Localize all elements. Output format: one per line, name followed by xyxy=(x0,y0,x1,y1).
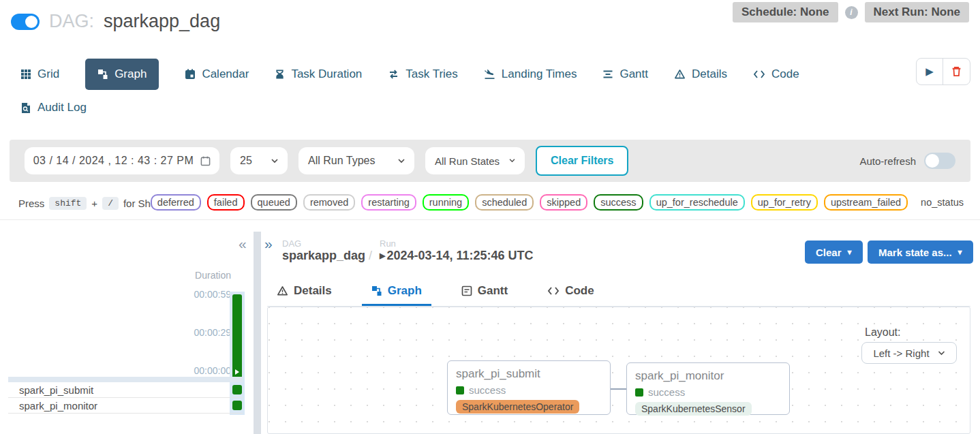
layout-value: Left -> Right xyxy=(873,347,929,359)
delete-dag-button[interactable] xyxy=(943,59,970,84)
tab-landing-times[interactable]: Landing Times xyxy=(484,67,577,81)
collapse-panel-icon[interactable]: « xyxy=(239,236,247,252)
code-icon xyxy=(753,69,765,80)
node-title: spark_pi_monitor xyxy=(635,369,781,383)
run-states-select[interactable]: All Run States xyxy=(425,147,525,174)
task-instance-square[interactable] xyxy=(232,385,242,394)
tab-graph[interactable]: Graph xyxy=(85,59,159,90)
status-badge[interactable]: up_for_retry xyxy=(751,194,818,211)
tab-task-duration[interactable]: Task Duration xyxy=(275,67,362,81)
status-badge[interactable]: failed xyxy=(207,194,245,211)
mark-state-button[interactable]: Mark state as... ▾ xyxy=(868,241,973,264)
status-badge[interactable]: removed xyxy=(303,194,355,211)
run-types-select[interactable]: All Run Types xyxy=(298,147,414,174)
filter-bar: 03 / 14 / 2024 , 12 : 43 : 27 PM 25 All … xyxy=(10,140,970,182)
status-badge[interactable]: upstream_failed xyxy=(824,194,908,211)
tab-audit-log[interactable]: Audit Log xyxy=(20,101,87,114)
status-badge[interactable]: skipped xyxy=(540,194,587,211)
trash-icon xyxy=(951,65,962,78)
dag-enabled-toggle[interactable] xyxy=(11,14,40,30)
chevron-down-icon xyxy=(509,159,515,163)
breadcrumb-separator: / xyxy=(369,249,372,263)
node-status: success xyxy=(456,384,602,396)
shift-key: shift xyxy=(49,197,87,210)
status-badge[interactable]: up_for_reschedule xyxy=(649,194,745,211)
caret-down-icon: ▾ xyxy=(848,247,852,257)
subtab-graph[interactable]: Graph xyxy=(362,278,431,306)
subtab-details[interactable]: Details xyxy=(267,278,341,306)
task-row-spark-pi-submit[interactable]: spark_pi_submit xyxy=(8,382,243,398)
graph-canvas: Layout: Left -> Right spark_pi_submit su… xyxy=(267,307,970,434)
tab-task-tries-label: Task Tries xyxy=(405,67,458,81)
task-name[interactable]: spark_pi_submit xyxy=(19,384,93,396)
hourglass-icon xyxy=(275,69,285,80)
tab-task-duration-label: Task Duration xyxy=(291,67,362,81)
breadcrumb-run-value[interactable]: ▶2024-03-14, 11:25:46 UTC xyxy=(380,249,534,263)
layout-label: Layout: xyxy=(865,326,900,339)
operator-badge: SparkKubernetesSensor xyxy=(635,402,752,416)
tab-gantt[interactable]: Gantt xyxy=(602,67,648,81)
run-datetime-input[interactable]: 03 / 14 / 2024 , 12 : 43 : 27 PM xyxy=(25,147,219,174)
tab-grid-label: Grid xyxy=(37,67,59,81)
status-legend: deferred failed queued removed restartin… xyxy=(151,194,970,211)
success-state-icon xyxy=(635,388,643,397)
info-icon[interactable]: i xyxy=(845,6,858,19)
subtab-details-label: Details xyxy=(294,284,332,298)
run-types-value: All Run Types xyxy=(308,155,375,167)
trigger-dag-button[interactable]: ▶ xyxy=(917,59,943,84)
status-badge[interactable]: deferred xyxy=(151,194,201,211)
tab-code[interactable]: Code xyxy=(753,67,799,81)
calendar-icon xyxy=(185,69,196,80)
subtab-graph-label: Graph xyxy=(388,284,422,298)
breadcrumb-dag-label: DAG xyxy=(282,238,301,249)
subtab-gantt[interactable]: Gantt xyxy=(452,278,517,306)
duration-tick: 00:00:59 xyxy=(163,289,231,300)
dag-label: DAG: xyxy=(49,11,94,32)
panel-divider[interactable] xyxy=(254,232,261,434)
gantt-chart-icon xyxy=(461,285,472,296)
grid-header-band xyxy=(8,377,243,382)
tab-task-tries[interactable]: Task Tries xyxy=(388,67,458,81)
status-badge[interactable]: scheduled xyxy=(475,194,534,211)
auto-refresh-control: Auto-refresh xyxy=(859,153,955,169)
plane-landing-icon xyxy=(484,69,495,80)
status-badge[interactable]: success xyxy=(594,194,643,211)
status-badge[interactable]: restarting xyxy=(361,194,416,211)
schedule-badge: Schedule: None xyxy=(733,2,838,22)
expand-panel-icon[interactable]: » xyxy=(264,236,273,252)
task-instance-square[interactable] xyxy=(232,401,242,410)
success-state-icon xyxy=(456,386,464,394)
warning-triangle-icon xyxy=(277,285,288,296)
graph-node-spark-pi-submit[interactable]: spark_pi_submit success SparkKubernetesO… xyxy=(447,360,611,415)
clear-filters-button[interactable]: Clear Filters xyxy=(536,146,628,176)
breadcrumb-dag-value[interactable]: sparkapp_dag xyxy=(282,249,365,263)
status-badge[interactable]: queued xyxy=(251,194,297,211)
run-datetime-value: 03 / 14 / 2024 , 12 : 43 : 27 PM xyxy=(33,155,194,167)
dag-nav-tabs: Grid Graph Calendar Task Duration Task T… xyxy=(20,58,799,91)
tab-grid[interactable]: Grid xyxy=(20,67,59,81)
duration-tick: 00:00:29 xyxy=(163,327,231,338)
tab-details[interactable]: Details xyxy=(674,67,727,81)
layout-select[interactable]: Left -> Right xyxy=(861,342,957,364)
plus-sign: + xyxy=(91,198,97,209)
page-size-select[interactable]: 25 xyxy=(230,147,288,174)
header-badges: Schedule: None i Next Run: None xyxy=(733,2,969,22)
warning-triangle-icon xyxy=(674,69,686,80)
status-badge[interactable]: no_status xyxy=(914,194,970,211)
run-state-icon: ▶ xyxy=(380,251,385,260)
status-badge[interactable]: running xyxy=(423,194,469,211)
task-name[interactable]: spark_pi_monitor xyxy=(19,400,97,412)
next-run-badge: Next Run: None xyxy=(865,2,970,22)
clear-run-label: Clear xyxy=(816,247,842,258)
auto-refresh-toggle[interactable] xyxy=(924,153,955,169)
subtab-code[interactable]: Code xyxy=(538,278,604,306)
task-row-spark-pi-monitor[interactable]: spark_pi_monitor xyxy=(8,398,243,414)
tab-calendar[interactable]: Calendar xyxy=(185,67,249,81)
graph-node-spark-pi-monitor[interactable]: spark_pi_monitor success SparkKubernetes… xyxy=(626,362,790,415)
legend-row: Press shift + / for Shortcuts deferred f… xyxy=(18,193,970,215)
grid-icon xyxy=(20,69,31,80)
run-duration-bar[interactable] xyxy=(232,294,242,379)
node-title: spark_pi_submit xyxy=(456,367,602,381)
clear-run-button[interactable]: Clear ▾ xyxy=(805,241,863,264)
dag-header: DAG: sparkapp_dag xyxy=(11,11,220,32)
